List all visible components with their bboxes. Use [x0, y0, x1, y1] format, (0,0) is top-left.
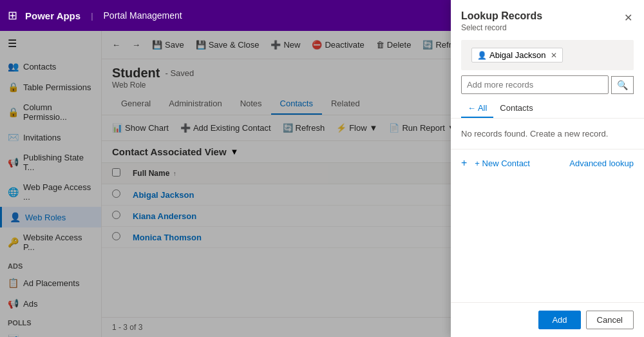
lookup-nav: ← All Contacts: [451, 94, 644, 119]
selected-chip: 👤 Abigal Jackson ✕: [471, 48, 563, 63]
new-contact-plus-icon: +: [461, 157, 467, 169]
lookup-panel: Lookup Records Select record ✕ 👤 Abigal …: [451, 0, 644, 337]
lookup-search-area: 🔍: [451, 70, 644, 94]
lookup-search-input[interactable]: [461, 75, 609, 94]
app-grid-icon[interactable]: ⊞: [8, 8, 17, 23]
back-arrow-icon: ←: [468, 103, 476, 113]
lookup-selected-area: 👤 Abigal Jackson ✕: [461, 40, 634, 70]
new-contact-link[interactable]: + New Contact: [475, 159, 530, 168]
lookup-search-button[interactable]: 🔍: [611, 76, 634, 94]
lookup-footer: Add Cancel: [451, 302, 644, 337]
add-button[interactable]: Add: [538, 311, 580, 329]
chip-remove-button[interactable]: ✕: [551, 51, 557, 60]
lookup-nav-contacts: Contacts: [493, 99, 539, 118]
lookup-empty-message: No records found. Create a new record.: [451, 119, 644, 149]
lookup-nav-all-label: All: [478, 103, 487, 113]
lookup-title: Lookup Records: [461, 10, 542, 22]
grid-icon: ⊞: [8, 8, 17, 23]
search-icon: 🔍: [617, 80, 628, 90]
advanced-lookup-link[interactable]: Advanced lookup: [569, 159, 634, 168]
lookup-title-area: Lookup Records Select record: [461, 10, 542, 32]
lookup-header: Lookup Records Select record ✕: [451, 0, 644, 32]
lookup-nav-all[interactable]: ← All: [461, 99, 493, 118]
title-separator: |: [91, 11, 93, 21]
cancel-button[interactable]: Cancel: [586, 311, 634, 329]
lookup-subtitle: Select record: [461, 23, 542, 32]
portal-name: Portal Management: [104, 10, 182, 21]
lookup-actions: + + New Contact Advanced lookup: [451, 149, 644, 177]
close-icon: ✕: [624, 12, 632, 23]
chip-label: Abigal Jackson: [489, 50, 545, 60]
lookup-close-button[interactable]: ✕: [623, 10, 634, 25]
chip-person-icon: 👤: [477, 51, 487, 60]
app-name: Power Apps: [25, 10, 80, 21]
